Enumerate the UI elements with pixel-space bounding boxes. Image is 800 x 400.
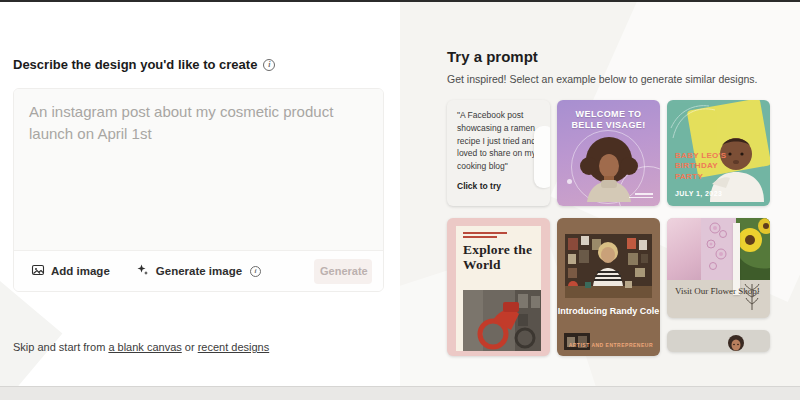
click-to-try-label: Click to try [457, 181, 540, 191]
gallery-wall-photo [565, 234, 652, 298]
partial-portrait [727, 335, 745, 352]
skip-text: Skip and start from [13, 341, 108, 353]
example-card-partial[interactable] [667, 330, 770, 352]
try-a-prompt-panel: Try a prompt Get inspired! Select an exa… [400, 2, 800, 386]
prompt-box: Add image Generate image i Generate [13, 88, 384, 292]
generate-image-button[interactable]: Generate image i [130, 259, 267, 283]
describe-design-panel: Describe the design you'd like to create… [0, 2, 400, 386]
sparkle-icon [136, 263, 150, 279]
baby-leo-date: JULY 1, 2023 [675, 190, 722, 197]
recent-designs-link[interactable]: recent designs [198, 341, 270, 353]
magazine-kicker-lines [463, 232, 534, 238]
try-a-prompt-title: Try a prompt [447, 48, 538, 65]
card-column-2: WELCOME TO BELLE VISAGE! [557, 100, 660, 356]
flower-photo-panels [667, 218, 770, 280]
add-image-icon [31, 263, 45, 279]
panel-title-row: Describe the design you'd like to create… [13, 57, 275, 72]
card-column-1: "A Facebook post showcasing a ramen reci… [447, 100, 550, 356]
add-image-label: Add image [51, 265, 110, 277]
vertical-banner-strip [733, 223, 740, 295]
pink-flowers-photo [667, 218, 701, 280]
background-shape [0, 276, 62, 386]
example-card-belle-visage[interactable]: WELCOME TO BELLE VISAGE! [557, 100, 660, 206]
baby-leo-title: BABY LEO'S BIRTHDAY PARTY [675, 151, 737, 182]
window-bottom-edge [0, 386, 800, 400]
randy-cole-title: Introducing Randy Cole [557, 306, 660, 316]
red-bicycle-photo [463, 290, 534, 351]
generate-image-label: Generate image [156, 265, 242, 277]
example-card-grid: "A Facebook post showcasing a ramen reci… [447, 100, 771, 356]
prompt-toolbar: Add image Generate image i Generate [14, 250, 383, 291]
try-a-prompt-subtitle: Get inspired! Select an example below to… [447, 73, 758, 85]
example-card-flower-shop[interactable]: Visit Our Flower Shop! [667, 218, 770, 318]
generate-button[interactable]: Generate [314, 259, 372, 284]
small-caption-lines [629, 191, 653, 198]
flower-illustration-panel [701, 218, 735, 280]
magazine-cover: Explore the World [456, 226, 541, 351]
example-card-randy-cole[interactable]: Introducing Randy Cole ARTIST AND ENTREP… [557, 218, 660, 356]
example-card-baby-leo[interactable]: BABY LEO'S BIRTHDAY PARTY JULY 1, 2023 [667, 100, 770, 206]
skip-text-or: or [182, 341, 198, 353]
skip-row: Skip and start from a blank canvas or re… [13, 341, 269, 353]
example-card-explore-world[interactable]: Explore the World [447, 218, 550, 356]
generate-image-info-icon[interactable]: i [250, 266, 261, 277]
blank-canvas-link[interactable]: a blank canvas [108, 341, 181, 353]
add-image-button[interactable]: Add image [25, 259, 116, 283]
example-card-ramen-prompt[interactable]: "A Facebook post showcasing a ramen reci… [447, 100, 550, 206]
card-column-3: BABY LEO'S BIRTHDAY PARTY JULY 1, 2023 [667, 100, 770, 356]
info-icon[interactable]: i [263, 59, 275, 71]
ramen-prompt-text: "A Facebook post showcasing a ramen reci… [457, 109, 541, 173]
panel-title: Describe the design you'd like to create [13, 57, 257, 72]
randy-cole-subtitle: ARTIST AND ENTREPRENEUR [569, 342, 653, 348]
sunflower-photo [736, 218, 770, 280]
botanical-sprig-illustration [742, 282, 762, 316]
decor-dot [567, 179, 572, 184]
explore-world-title: Explore the World [463, 243, 534, 273]
belle-visage-title: WELCOME TO BELLE VISAGE! [557, 109, 660, 132]
prompt-input[interactable] [14, 89, 383, 250]
ramen-bowl-graphic [534, 126, 550, 188]
designer-create-screen: Describe the design you'd like to create… [0, 0, 800, 400]
